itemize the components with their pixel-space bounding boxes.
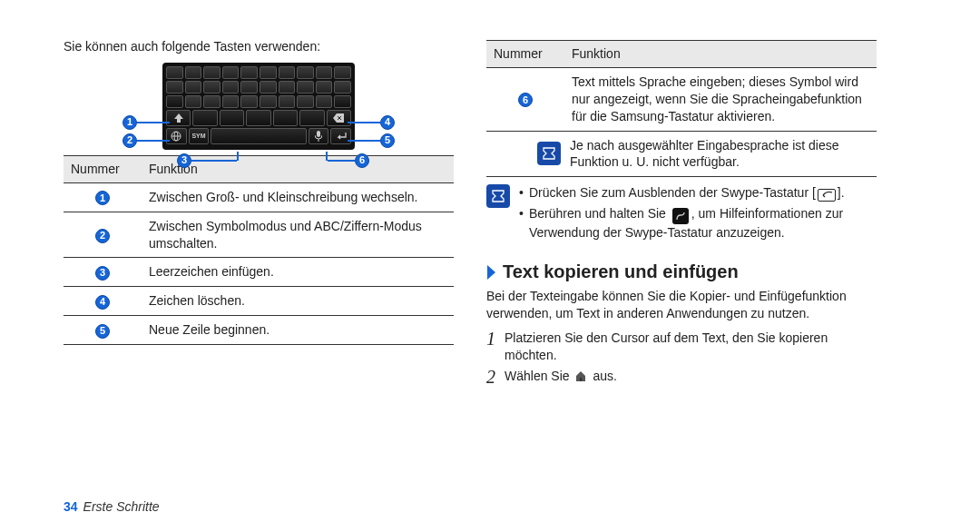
function-table-left: Nummer Funktion 1 Zwischen Groß- und Kle… [64,155,454,345]
step2-a: Wählen Sie [505,369,570,383]
step1-text: Platzieren Sie den Cursor auf dem Text, … [505,330,877,364]
step-2: 2 Wählen Sie aus. [486,368,877,387]
space-key [211,128,306,144]
step-1: 1 Platzieren Sie den Cursor auf dem Text… [486,330,877,364]
row-text-1: Zwischen Groß- und Kleinschreibung wechs… [142,182,454,212]
row-num-6: 6 [518,93,533,107]
row-text-6: Text mittels Sprache eingeben; dieses Sy… [564,67,877,131]
mic-key [309,128,329,144]
intro-text: Sie können auch folgende Tasten verwende… [64,38,454,55]
keyboard-figure: SYM 1 [64,63,454,150]
row-text-4: Zeichen löschen. [142,287,454,316]
shift-key [166,110,191,126]
row-num-4: 4 [95,295,110,310]
th-func-r: Funktion [564,41,877,68]
th-num: Nummer [64,155,142,182]
section-heading: Text kopieren und einfügen [486,260,877,284]
function-table-right: Nummer Funktion 6 Text mittels Sprache e… [486,40,877,177]
callout-3: 3 [177,153,191,168]
page-footer: 34 Erste Schritte [64,499,160,514]
row-text-5: Neue Zeile beginnen. [142,316,454,345]
th-num-r: Nummer [486,41,564,68]
row-text-2: Zwischen Symbolmodus und ABC/Ziffern-Mod… [142,212,454,258]
callout-5: 5 [380,133,395,148]
step2-number: 2 [486,368,505,386]
home-icon [574,369,587,387]
svg-rect-7 [580,378,582,381]
keyboard: SYM [162,63,355,150]
back-key-glyph [818,189,836,202]
callout-1: 1 [122,115,137,130]
callout-4: 4 [380,115,395,130]
left-column: Sie können auch folgende Tasten verwende… [64,36,454,387]
section-title: Text kopieren und einfügen [503,260,739,284]
row-num-3: 3 [95,266,110,281]
row-text-3: Leerzeichen einfügen. [142,258,454,287]
info-icon [537,142,561,165]
chapter-title: Erste Schritte [83,499,160,514]
callout-2: 2 [122,133,137,148]
page-number: 34 [64,499,78,514]
swype-key-icon [672,208,689,224]
step1-number: 1 [486,330,505,348]
note1-a: Drücken Sie zum Ausblenden der Swype-Tas… [529,185,816,200]
section-paragraph: Bei der Texteingabe können Sie die Kopie… [486,288,877,322]
chevron-icon [486,264,497,281]
note2-a: Berühren und halten Sie [529,206,666,221]
row-num-5: 5 [95,324,110,339]
step2-b: aus. [593,369,616,383]
callout-6: 6 [355,153,369,168]
row-num-1: 1 [95,191,110,205]
sym-key: SYM [189,128,210,144]
right-column: Nummer Funktion 6 Text mittels Sprache e… [486,36,877,387]
info-icon [486,184,510,208]
svg-rect-5 [317,131,320,137]
row6-note: Je nach ausgewählter Eingabesprache ist … [570,137,869,172]
note-block: • Drücken Sie zum Ausblenden der Swype-T… [486,184,877,245]
row-num-2: 2 [95,229,110,243]
note1-b: ]. [838,185,845,200]
